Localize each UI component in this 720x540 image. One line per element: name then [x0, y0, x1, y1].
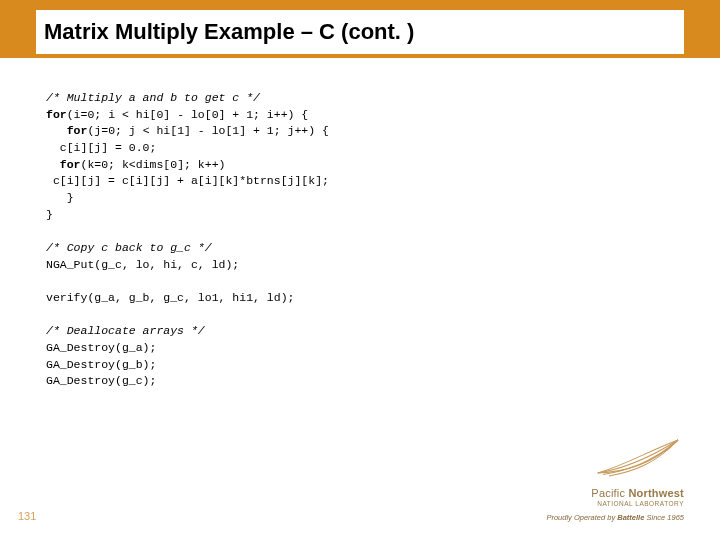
brand-first: Pacific — [591, 487, 628, 499]
code-line: GA_Destroy(g_b); — [46, 358, 156, 371]
footer-logo: Pacific Northwest NATIONAL LABORATORY Pr… — [546, 437, 684, 522]
lab-subtitle: NATIONAL LABORATORY — [546, 500, 684, 507]
code-comment: /* Deallocate arrays */ — [46, 324, 205, 337]
code-line: GA_Destroy(g_c); — [46, 374, 156, 387]
code-line: } — [46, 191, 74, 204]
code-line: GA_Destroy(g_a); — [46, 341, 156, 354]
code-keyword: for — [46, 124, 87, 137]
code-comment: /* Multiply a and b to get c */ — [46, 91, 260, 104]
brand-second: Northwest — [628, 487, 684, 499]
code-line: NGA_Put(g_c, lo, hi, c, ld); — [46, 258, 239, 271]
page-number: 131 — [18, 510, 36, 522]
tagline-suffix: Since 1965 — [644, 513, 684, 522]
code-keyword: for — [46, 108, 67, 121]
code-line: c[i][j] = c[i][j] + a[i][k]*btrns[j][k]; — [46, 174, 329, 187]
swoosh-icon — [594, 437, 684, 479]
code-line: (j=0; j < hi[1] - lo[1] + 1; j++) { — [87, 124, 329, 137]
code-line: c[i][j] = 0.0; — [46, 141, 156, 154]
lab-name: Pacific Northwest — [546, 487, 684, 499]
slide-title: Matrix Multiply Example – C (cont. ) — [44, 19, 414, 45]
code-line: (k=0; k<dims[0]; k++) — [81, 158, 226, 171]
code-line: (i=0; i < hi[0] - lo[0] + 1; i++) { — [67, 108, 309, 121]
code-line: verify(g_a, g_b, g_c, lo1, hi1, ld); — [46, 291, 294, 304]
code-block: /* Multiply a and b to get c */ for(i=0;… — [46, 90, 660, 390]
tagline-brand: Battelle — [617, 513, 644, 522]
tagline-prefix: Proudly Operated by — [546, 513, 617, 522]
title-block: Matrix Multiply Example – C (cont. ) — [36, 10, 684, 54]
tagline: Proudly Operated by Battelle Since 1965 — [546, 513, 684, 522]
code-comment: /* Copy c back to g_c */ — [46, 241, 212, 254]
code-line: } — [46, 208, 53, 221]
code-keyword: for — [46, 158, 81, 171]
